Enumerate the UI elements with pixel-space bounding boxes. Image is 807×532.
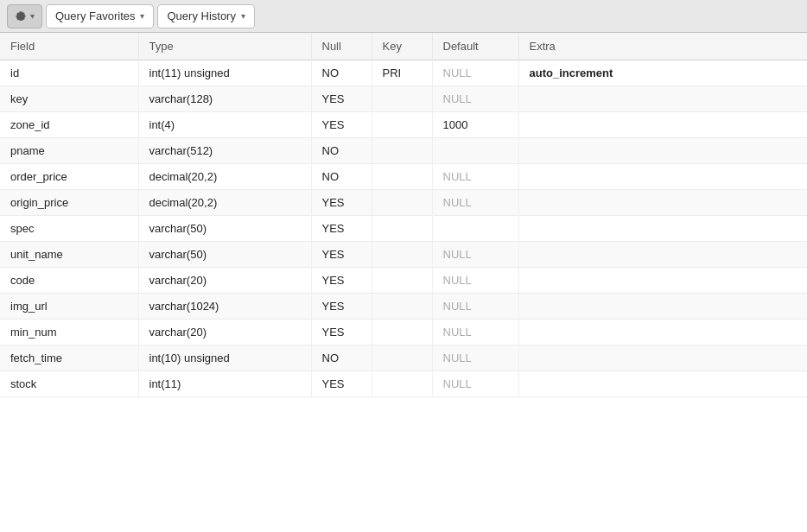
cell-default xyxy=(432,216,518,242)
query-history-arrow: ▾ xyxy=(241,11,245,21)
cell-type: varchar(50) xyxy=(138,242,311,268)
cell-key xyxy=(372,86,432,112)
column-header-type: Type xyxy=(138,33,311,60)
cell-default: NULL xyxy=(432,294,518,320)
cell-extra xyxy=(518,268,807,294)
cell-null: YES xyxy=(311,268,372,294)
cell-default xyxy=(432,138,518,164)
cell-extra xyxy=(518,190,807,216)
cell-extra xyxy=(518,294,807,320)
cell-null: YES xyxy=(311,190,372,216)
cell-key xyxy=(372,268,432,294)
cell-default: NULL xyxy=(432,320,518,345)
cell-type: decimal(20,2) xyxy=(138,164,311,190)
table-row: stockint(11)YESNULL xyxy=(0,371,807,397)
cell-null: YES xyxy=(311,371,372,397)
cell-type: int(11) xyxy=(138,371,311,397)
cell-field: order_price xyxy=(0,164,138,190)
cell-field: key xyxy=(0,86,138,112)
cell-field: img_url xyxy=(0,294,138,320)
cell-null: YES xyxy=(311,216,372,242)
table-header-row: Field Type Null Key Default Extra xyxy=(0,33,807,60)
cell-extra xyxy=(518,371,807,397)
column-header-null: Null xyxy=(311,33,372,60)
cell-field: spec xyxy=(0,216,138,242)
gear-dropdown-arrow: ▾ xyxy=(30,11,35,21)
schema-table: Field Type Null Key Default Extra idint(… xyxy=(0,33,807,397)
cell-default: NULL xyxy=(432,371,518,397)
cell-type: varchar(1024) xyxy=(138,294,311,320)
cell-default: NULL xyxy=(432,60,518,86)
gear-icon xyxy=(15,10,27,22)
cell-field: min_num xyxy=(0,320,138,345)
cell-field: stock xyxy=(0,371,138,397)
table-row: origin_pricedecimal(20,2)YESNULL xyxy=(0,190,807,216)
cell-key xyxy=(372,216,432,242)
query-history-button[interactable]: Query History ▾ xyxy=(157,4,254,28)
cell-key xyxy=(372,164,432,190)
cell-default: NULL xyxy=(432,164,518,190)
column-header-extra: Extra xyxy=(518,33,807,60)
gear-dropdown-button[interactable]: ▾ xyxy=(7,4,42,28)
cell-key xyxy=(372,138,432,164)
cell-null: YES xyxy=(311,294,372,320)
cell-type: varchar(512) xyxy=(138,138,311,164)
cell-field: pname xyxy=(0,138,138,164)
cell-null: YES xyxy=(311,86,372,112)
cell-default: NULL xyxy=(432,190,518,216)
cell-null: NO xyxy=(311,138,372,164)
table-container: Field Type Null Key Default Extra idint(… xyxy=(0,33,807,532)
cell-extra xyxy=(518,164,807,190)
table-row: order_pricedecimal(20,2)NONULL xyxy=(0,164,807,190)
table-row: min_numvarchar(20)YESNULL xyxy=(0,320,807,345)
cell-type: int(11) unsigned xyxy=(138,60,311,86)
cell-key xyxy=(372,294,432,320)
table-row: zone_idint(4)YES1000 xyxy=(0,112,807,138)
cell-key xyxy=(372,345,432,371)
cell-type: varchar(50) xyxy=(138,216,311,242)
cell-key xyxy=(372,112,432,138)
table-row: fetch_timeint(10) unsignedNONULL xyxy=(0,345,807,371)
cell-key xyxy=(372,320,432,345)
query-history-label: Query History xyxy=(167,10,235,22)
cell-field: fetch_time xyxy=(0,345,138,371)
table-row: pnamevarchar(512)NO xyxy=(0,138,807,164)
cell-key xyxy=(372,190,432,216)
cell-null: NO xyxy=(311,345,372,371)
cell-extra xyxy=(518,345,807,371)
cell-extra xyxy=(518,216,807,242)
cell-field: id xyxy=(0,60,138,86)
table-row: img_urlvarchar(1024)YESNULL xyxy=(0,294,807,320)
cell-null: NO xyxy=(311,164,372,190)
table-row: keyvarchar(128)YESNULL xyxy=(0,86,807,112)
cell-null: YES xyxy=(311,320,372,345)
cell-extra xyxy=(518,112,807,138)
cell-null: YES xyxy=(311,112,372,138)
cell-field: origin_price xyxy=(0,190,138,216)
cell-type: int(10) unsigned xyxy=(138,345,311,371)
cell-type: decimal(20,2) xyxy=(138,190,311,216)
cell-extra: auto_increment xyxy=(518,60,807,86)
cell-key xyxy=(372,242,432,268)
cell-key: PRI xyxy=(372,60,432,86)
query-favorites-arrow: ▾ xyxy=(140,11,144,21)
cell-null: YES xyxy=(311,242,372,268)
table-row: idint(11) unsignedNOPRINULLauto_incremen… xyxy=(0,60,807,86)
cell-extra xyxy=(518,86,807,112)
table-row: codevarchar(20)YESNULL xyxy=(0,268,807,294)
query-favorites-button[interactable]: Query Favorites ▾ xyxy=(46,4,154,28)
cell-extra xyxy=(518,242,807,268)
cell-extra xyxy=(518,138,807,164)
cell-type: varchar(20) xyxy=(138,320,311,345)
cell-default: NULL xyxy=(432,86,518,112)
cell-null: NO xyxy=(311,60,372,86)
table-row: unit_namevarchar(50)YESNULL xyxy=(0,242,807,268)
query-favorites-label: Query Favorites xyxy=(55,10,135,22)
cell-type: int(4) xyxy=(138,112,311,138)
column-header-field: Field xyxy=(0,33,138,60)
cell-field: code xyxy=(0,268,138,294)
cell-field: zone_id xyxy=(0,112,138,138)
cell-default: NULL xyxy=(432,268,518,294)
column-header-default: Default xyxy=(432,33,518,60)
cell-default: NULL xyxy=(432,242,518,268)
